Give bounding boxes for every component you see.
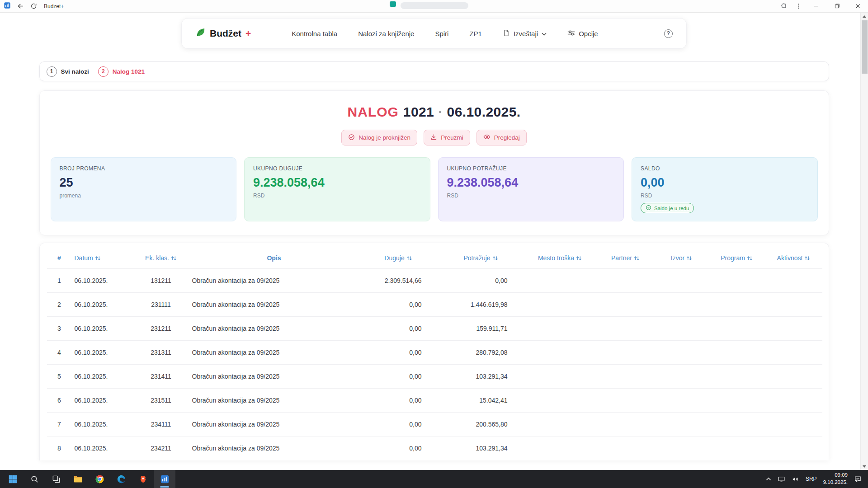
scrollbar-thumb[interactable] xyxy=(862,20,868,74)
saldo-ok-badge: Saldo je u redu xyxy=(641,203,694,213)
brave-button[interactable] xyxy=(132,470,154,488)
clock[interactable]: 09:09 9.10.2025. xyxy=(823,472,848,486)
browser-menu-icon[interactable] xyxy=(791,0,806,12)
budzet-app-button[interactable] xyxy=(154,470,175,488)
header-program[interactable]: Program xyxy=(708,248,765,269)
reload-icon[interactable] xyxy=(30,3,37,9)
sort-icon xyxy=(406,256,412,261)
close-button[interactable] xyxy=(847,0,868,12)
table-cell: 280.792,08 xyxy=(438,341,524,365)
header-potrazuje[interactable]: Potražuje xyxy=(438,248,524,269)
step-nalog-1021[interactable]: 2 Nalog 1021 xyxy=(98,66,145,77)
preview-button[interactable]: Pregledaj xyxy=(476,130,527,145)
table-cell: 06.10.2025. xyxy=(72,317,133,341)
stat-saldo: SALDO 0,00 RSD Saldo je u redu xyxy=(632,157,818,221)
brand-logo[interactable]: Budžet + xyxy=(195,27,251,40)
page-title: NALOG1021·06.10.2025. xyxy=(51,104,818,120)
nav-item-zp1[interactable]: ZP1 xyxy=(469,30,482,38)
scroll-up-icon[interactable] xyxy=(861,13,868,20)
table-cell xyxy=(524,269,596,293)
table-cell: 06.10.2025. xyxy=(72,269,133,293)
volume-icon[interactable] xyxy=(792,475,799,483)
help-icon: ? xyxy=(664,29,673,38)
stat-value: 9.238.058,64 xyxy=(253,176,421,190)
nav-item-opcije[interactable]: Opcije xyxy=(567,30,598,38)
header-izvor[interactable]: Izvor xyxy=(655,248,708,269)
language-indicator[interactable]: SRP xyxy=(806,476,817,482)
table-cell: Obračun akontacija za 09/2025 xyxy=(189,365,359,389)
table-cell: 1.446.619,98 xyxy=(438,293,524,317)
network-icon[interactable] xyxy=(778,475,785,483)
tray-expand-icon[interactable] xyxy=(766,477,771,481)
stat-value: 25 xyxy=(60,176,228,190)
table-cell xyxy=(655,365,708,389)
task-view-button[interactable] xyxy=(45,470,67,488)
breadcrumb: 1 Svi nalozi 2 Nalog 1021 xyxy=(39,61,829,81)
table-cell xyxy=(655,389,708,413)
table-cell: 5 xyxy=(47,365,72,389)
header-ek-klas[interactable]: Ek. klas. xyxy=(133,248,189,269)
start-button[interactable] xyxy=(2,470,24,488)
nav-item-spiri[interactable]: Spiri xyxy=(435,30,448,38)
minimize-button[interactable] xyxy=(806,0,826,12)
header-datum[interactable]: Datum xyxy=(72,248,133,269)
step-svi-nalozi[interactable]: 1 Svi nalozi xyxy=(47,66,89,77)
stat-label: BROJ PROMENA xyxy=(60,165,228,172)
table-cell: Obračun akontacija za 09/2025 xyxy=(189,317,359,341)
table-cell: 0,00 xyxy=(359,413,438,436)
table-cell xyxy=(596,293,655,317)
table-cell xyxy=(524,341,596,365)
help-button[interactable]: ? xyxy=(664,29,673,38)
table-cell xyxy=(708,389,765,413)
search-button[interactable] xyxy=(24,470,45,488)
nav-item-nalozi-za-knjizenje[interactable]: Nalozi za knjiženje xyxy=(358,30,414,38)
leaf-icon xyxy=(195,27,206,40)
nav-item-izvestaji[interactable]: Izveštaji xyxy=(503,29,547,38)
table-cell xyxy=(524,293,596,317)
stat-label: UKUPNO DUGUJE xyxy=(253,165,421,172)
table-cell: 0,00 xyxy=(438,269,524,293)
restore-button[interactable] xyxy=(826,0,847,12)
table-row: 106.10.2025.131211Obračun akontacija za … xyxy=(47,269,822,293)
back-icon[interactable] xyxy=(17,2,24,10)
download-button[interactable]: Preuzmi xyxy=(424,130,470,145)
table-cell: 4 xyxy=(47,341,72,365)
posted-status-button[interactable]: Nalog je proknjižen xyxy=(341,130,417,145)
document-icon xyxy=(503,29,510,38)
app-favicon xyxy=(4,2,11,11)
table-row: 506.10.2025.231411Obračun akontacija za … xyxy=(47,365,822,389)
header-aktivnost[interactable]: Aktivnost xyxy=(765,248,822,269)
table-cell: 7 xyxy=(47,413,72,436)
table-body: 106.10.2025.131211Obračun akontacija za … xyxy=(47,269,822,460)
table-cell xyxy=(765,389,822,413)
chrome-button[interactable] xyxy=(89,470,110,488)
edge-button[interactable] xyxy=(110,470,132,488)
top-navigation: Budžet + Kontrolna tabla Nalozi za knjiž… xyxy=(181,18,687,49)
brand-plus: + xyxy=(245,28,251,39)
table-cell xyxy=(708,341,765,365)
table-cell xyxy=(765,365,822,389)
table-cell xyxy=(655,436,708,460)
table-row: 306.10.2025.231211Obračun akontacija za … xyxy=(47,317,822,341)
sort-icon xyxy=(171,256,177,261)
window-title: Budzet+ xyxy=(44,3,64,9)
stat-unit: RSD xyxy=(253,192,421,199)
header-partner[interactable]: Partner xyxy=(596,248,655,269)
sort-icon xyxy=(804,256,810,261)
extensions-icon[interactable] xyxy=(777,0,791,12)
scroll-down-icon[interactable] xyxy=(861,463,868,470)
action-center-icon[interactable] xyxy=(854,475,862,483)
header-duguje[interactable]: Duguje xyxy=(359,248,438,269)
table-cell xyxy=(708,269,765,293)
nav-item-kontrolna-tabla[interactable]: Kontrolna tabla xyxy=(292,30,337,38)
check-circle-icon xyxy=(348,134,355,142)
table-header-row: # Datum Ek. klas. Opis Duguje Potražuje … xyxy=(47,248,822,269)
table-cell: 6 xyxy=(47,389,72,413)
page-scrollbar[interactable] xyxy=(860,13,868,470)
table-cell: 3 xyxy=(47,317,72,341)
table-cell xyxy=(524,317,596,341)
stat-label: UKUPNO POTRAŽUJE xyxy=(447,165,615,172)
header-mesto-troska[interactable]: Mesto troška xyxy=(524,248,596,269)
file-explorer-button[interactable] xyxy=(67,470,89,488)
sort-icon xyxy=(747,256,753,261)
